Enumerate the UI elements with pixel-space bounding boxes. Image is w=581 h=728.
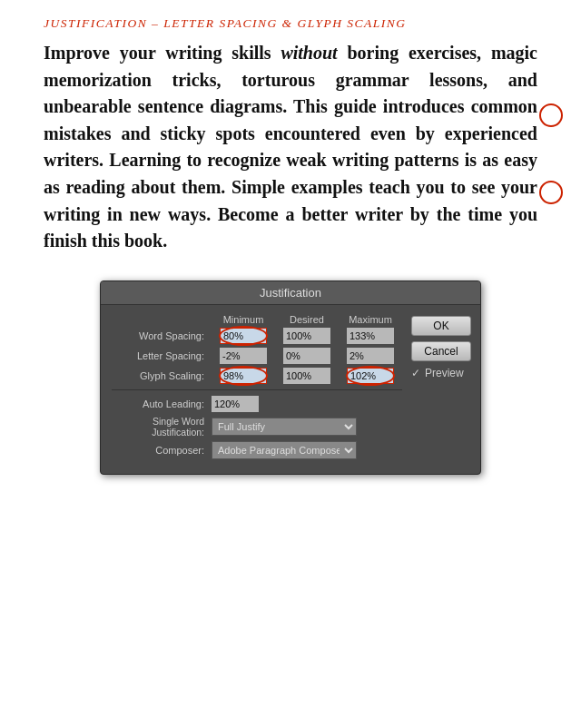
composer-cell: Adobe Paragraph Composer — [212, 441, 402, 459]
letter-spacing-row: Letter Spacing: — [112, 348, 402, 364]
word-spacing-max-cell — [339, 328, 402, 344]
text-part1: Improve your writing skills — [44, 43, 281, 63]
margin-circle-2 — [539, 181, 563, 204]
letter-spacing-des-input[interactable] — [283, 348, 330, 364]
single-word-cell: Full Justify — [212, 418, 402, 436]
dialog-title-bar: Justification — [101, 281, 480, 305]
glyph-scaling-min-cell — [212, 368, 275, 384]
page-wrapper: Justification – Letter Spacing & Glyph S… — [0, 0, 581, 728]
ok-button[interactable]: OK — [411, 316, 471, 336]
letter-spacing-max-cell — [339, 348, 402, 364]
glyph-scaling-des-cell — [275, 368, 339, 384]
justification-dialog: Justification Minimum Desired Maximum Wo… — [100, 280, 481, 475]
preview-label: Preview — [425, 367, 464, 379]
glyph-scaling-min-input[interactable] — [220, 368, 267, 384]
col-label-header — [112, 314, 212, 325]
page-title: Justification – Letter Spacing & Glyph S… — [44, 16, 537, 31]
text-part2: boring exercises, magic memorization tri… — [44, 43, 537, 251]
word-spacing-min-input[interactable] — [220, 328, 267, 344]
preview-row: ✓ Preview — [411, 367, 475, 380]
glyph-scaling-des-input[interactable] — [283, 368, 330, 384]
word-spacing-row: Word Spacing: — [112, 328, 402, 344]
margin-circle-1 — [539, 103, 563, 127]
preview-checkmark: ✓ — [411, 367, 420, 380]
auto-leading-input[interactable] — [212, 396, 259, 412]
col-desired-header: Desired — [275, 314, 339, 325]
letter-spacing-des-cell — [275, 348, 339, 364]
auto-leading-row: Auto Leading: — [112, 396, 402, 412]
word-spacing-max-input[interactable] — [347, 328, 394, 344]
dialog-right-panel: OK Cancel ✓ Preview — [411, 314, 475, 463]
col-minimum-header: Minimum — [212, 314, 275, 325]
single-word-select[interactable]: Full Justify — [212, 418, 357, 436]
single-word-label: Single Word Justification: — [112, 416, 212, 438]
letter-spacing-min-cell — [212, 348, 275, 364]
glyph-scaling-row: Glyph Scaling: — [112, 368, 402, 384]
glyph-scaling-max-input[interactable] — [347, 368, 394, 384]
dialog-left-panel: Minimum Desired Maximum Word Spacing: — [112, 314, 402, 463]
dialog-divider — [112, 389, 402, 390]
dialog-title: Justification — [260, 286, 321, 300]
dialog-body: Minimum Desired Maximum Word Spacing: — [101, 305, 480, 474]
text-emphasis: without — [281, 43, 337, 63]
word-spacing-label: Word Spacing: — [112, 330, 212, 341]
letter-spacing-min-input[interactable] — [220, 348, 267, 364]
main-text-block: Improve your writing skills without bori… — [44, 40, 537, 255]
col-headers: Minimum Desired Maximum — [112, 314, 402, 325]
composer-select[interactable]: Adobe Paragraph Composer — [212, 441, 357, 459]
letter-spacing-label: Letter Spacing: — [112, 350, 212, 361]
dialog-overlay: Justification Minimum Desired Maximum Wo… — [44, 280, 537, 475]
word-spacing-min-cell — [212, 328, 275, 344]
word-spacing-des-cell — [275, 328, 339, 344]
cancel-button[interactable]: Cancel — [411, 341, 471, 361]
auto-leading-cell — [212, 396, 402, 412]
letter-spacing-max-input[interactable] — [347, 348, 394, 364]
composer-label: Composer: — [112, 445, 212, 456]
glyph-scaling-max-cell — [339, 368, 402, 384]
auto-leading-label: Auto Leading: — [112, 398, 212, 409]
single-word-row: Single Word Justification: Full Justify — [112, 416, 402, 438]
composer-row: Composer: Adobe Paragraph Composer — [112, 441, 402, 459]
glyph-scaling-label: Glyph Scaling: — [112, 370, 212, 381]
word-spacing-des-input[interactable] — [283, 328, 330, 344]
col-maximum-header: Maximum — [339, 314, 402, 325]
